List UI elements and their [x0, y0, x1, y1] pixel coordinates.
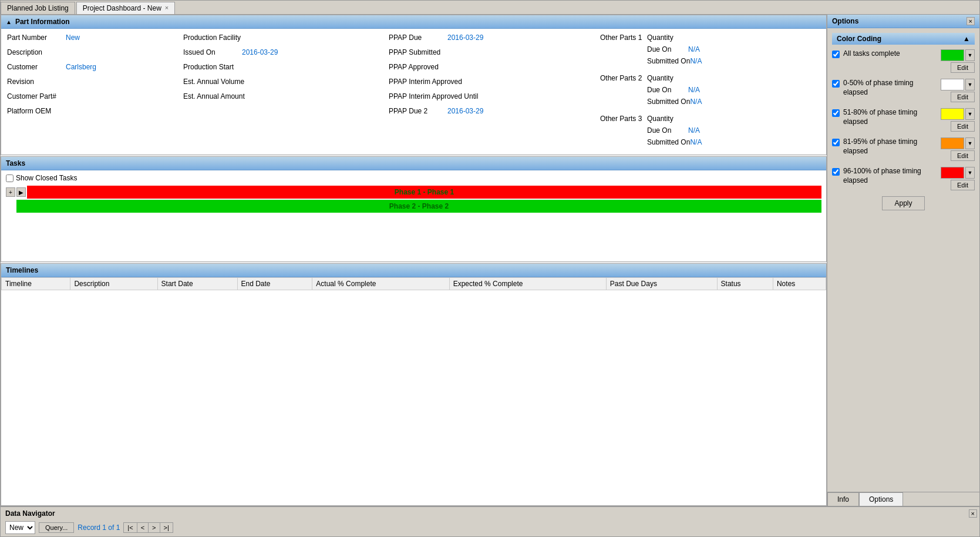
color-label-81-95: 81-95% of phase timing elapsed [843, 137, 937, 156]
color-swatch-51-80: ▼ Edit [941, 108, 975, 132]
options-close-btn[interactable]: × [966, 17, 975, 25]
color-checkbox-all-tasks[interactable] [832, 51, 840, 58]
phase-1-add-btn[interactable]: + [6, 187, 15, 197]
col-expected-pct: Expected % Complete [449, 278, 606, 290]
field-part-number: Part Number New [7, 33, 183, 45]
color-checkbox-0-50[interactable] [832, 80, 840, 88]
phase-2-row: Phase 2 - Phase 2 [6, 200, 821, 213]
color-swatch-red [941, 167, 964, 179]
tab-planned-job-listing[interactable]: Planned Job Listing [1, 2, 75, 14]
color-coding-collapse-icon: ▲ [963, 35, 970, 43]
phase-2-bar[interactable]: Phase 2 - Phase 2 [16, 200, 821, 213]
edit-btn-all-tasks[interactable]: Edit [951, 62, 975, 73]
color-dropdown-81-95[interactable]: ▼ [965, 137, 975, 149]
part-info-title: Part Information [15, 18, 70, 26]
tab-close-icon[interactable]: × [165, 4, 169, 11]
field-ppap-submitted: PPAP Submitted [389, 48, 594, 60]
other-parts-1-submitted: Submitted On N/A [600, 57, 820, 69]
col-start-date: Start Date [157, 278, 237, 290]
col-notes: Notes [773, 278, 826, 290]
color-swatch-orange [941, 137, 964, 149]
field-ppap-interim-approved-until: PPAP Interim Approved Until [389, 92, 594, 104]
tasks-section: Tasks Show Closed Tasks + ▶ [1, 156, 827, 262]
other-parts-2-label: Other Parts 2 Quantity [600, 74, 820, 86]
timelines-header: Timelines [1, 264, 826, 277]
show-closed-checkbox[interactable] [6, 174, 14, 182]
field-production-facility: Production Facility [183, 33, 389, 45]
color-label-all-tasks: All tasks complete [843, 49, 937, 59]
edit-btn-51-80[interactable]: Edit [951, 121, 975, 132]
field-customer-part: Customer Part# [7, 92, 183, 104]
color-dropdown-96-100[interactable]: ▼ [965, 167, 975, 179]
color-dropdown-0-50[interactable]: ▼ [965, 79, 975, 90]
tab-bar: Planned Job Listing Project Dashboard - … [1, 1, 979, 15]
col-end-date: End Date [237, 278, 312, 290]
timelines-table-container: Timeline Description Start Date End Date… [1, 277, 826, 505]
field-production-start: Production Start [183, 63, 389, 75]
col-past-due-days: Past Due Days [606, 278, 717, 290]
color-coding-title: Color Coding [837, 35, 881, 43]
field-issued-on: Issued On 2016-03-29 [183, 48, 389, 60]
nav-prev-btn[interactable]: < [137, 523, 149, 532]
field-description: Description [7, 48, 183, 60]
color-dropdown-51-80[interactable]: ▼ [965, 108, 975, 120]
color-checkbox-51-80[interactable] [832, 109, 840, 117]
options-tab-info[interactable]: Info [827, 492, 859, 506]
apply-button[interactable]: Apply [882, 196, 924, 210]
nav-controls: New Query... Record 1 of 1 |< < > >| [5, 521, 975, 534]
options-tab-options[interactable]: Options [859, 492, 903, 506]
phase-1-expand-btn[interactable]: ▶ [16, 187, 26, 197]
nav-select[interactable]: New [5, 521, 35, 534]
options-header: Options × [827, 15, 979, 28]
collapse-icon: ▲ [6, 19, 12, 25]
tab-project-dashboard[interactable]: Project Dashboard - New × [76, 2, 176, 14]
edit-btn-96-100[interactable]: Edit [951, 180, 975, 190]
show-closed-label: Show Closed Tasks [16, 174, 78, 182]
other-parts-3-group: Other Parts 3 Quantity Due On N/A Submit… [600, 115, 820, 150]
field-ppap-due-2: PPAP Due 2 2016-03-29 [389, 107, 594, 119]
part-info-col4: Other Parts 1 Quantity Due On N/A Submit… [594, 33, 820, 150]
other-parts-3-label: Other Parts 3 Quantity [600, 115, 820, 126]
other-parts-2-submitted: Submitted On N/A [600, 98, 820, 109]
show-closed-row: Show Closed Tasks [6, 174, 821, 182]
data-navigator-close-btn[interactable]: × [969, 509, 977, 518]
color-checkbox-81-95[interactable] [832, 139, 840, 146]
field-ppap-interim-approved: PPAP Interim Approved [389, 78, 594, 89]
color-swatch-all-tasks: ▼ Edit [941, 49, 975, 73]
tasks-header: Tasks [1, 157, 826, 170]
phases-container: + ▶ Phase 1 - Phase 1 Phase 2 - Phase 2 [6, 186, 821, 213]
field-est-annual-volume: Est. Annual Volume [183, 78, 389, 89]
right-panel: Options × Color Coding ▲ All tasks compl… [827, 15, 979, 506]
color-row-0-50: 0-50% of phase timing elapsed ▼ Edit [832, 79, 975, 102]
color-checkbox-96-100[interactable] [832, 168, 840, 176]
content-area: ▲ Part Information Part Number New Descr… [1, 15, 979, 506]
timelines-table: Timeline Description Start Date End Date… [1, 277, 826, 290]
col-actual-pct: Actual % Complete [312, 278, 449, 290]
nav-btn-group: |< < > >| [123, 522, 173, 533]
field-customer: Customer Carlsberg [7, 63, 183, 75]
nav-first-btn[interactable]: |< [124, 523, 137, 532]
field-revision: Revision [7, 78, 183, 89]
record-text: Record 1 of 1 [78, 523, 120, 532]
part-info-content: Part Number New Description Customer Car… [1, 29, 826, 155]
tasks-content: Show Closed Tasks + ▶ Phase 1 - Phase 1 [1, 170, 826, 216]
phase-1-bar[interactable]: Phase 1 - Phase 1 [27, 186, 821, 199]
options-tab-bar: Info Options [827, 492, 979, 506]
part-info-section: ▲ Part Information Part Number New Descr… [1, 15, 827, 155]
other-parts-1-label: Other Parts 1 Quantity [600, 33, 820, 45]
edit-btn-0-50[interactable]: Edit [951, 92, 975, 102]
other-parts-1-group: Other Parts 1 Quantity Due On N/A Submit… [600, 33, 820, 69]
edit-btn-81-95[interactable]: Edit [951, 150, 975, 161]
nav-next-btn[interactable]: > [149, 523, 160, 532]
query-button[interactable]: Query... [39, 522, 74, 533]
color-swatch-white [941, 79, 964, 90]
other-parts-3-submitted: Submitted On N/A [600, 138, 820, 150]
part-info-col1: Part Number New Description Customer Car… [7, 33, 183, 150]
part-info-col3: PPAP Due 2016-03-29 PPAP Submitted PPAP … [389, 33, 594, 150]
field-ppap-approved: PPAP Approved [389, 63, 594, 75]
color-dropdown-all-tasks[interactable]: ▼ [965, 49, 975, 61]
data-navigator-title: Data Navigator [5, 509, 55, 518]
field-platform-oem: Platform OEM [7, 107, 183, 119]
col-description: Description [70, 278, 157, 290]
nav-last-btn[interactable]: >| [160, 523, 173, 532]
